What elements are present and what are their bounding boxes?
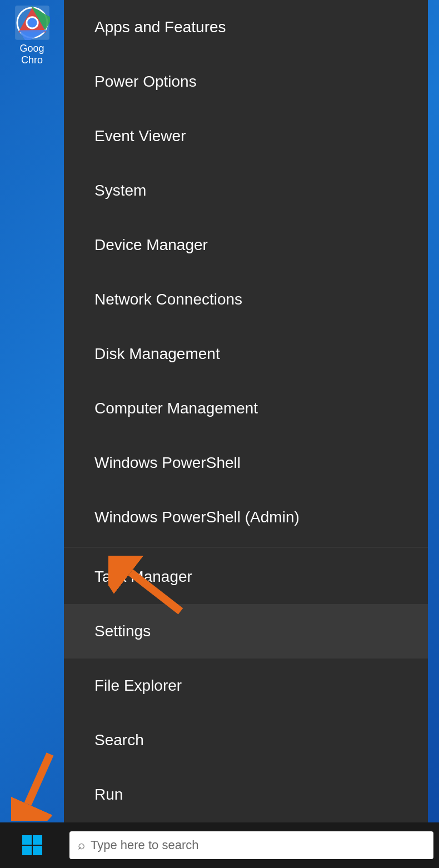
menu-item-windows-powershell[interactable]: Windows PowerShell — [64, 436, 428, 490]
search-icon: ⌕ — [78, 838, 85, 852]
taskbar: ⌕ Type here to search — [0, 822, 439, 868]
chrome-logo-icon — [14, 6, 50, 40]
svg-point-3 — [27, 18, 37, 27]
start-button[interactable] — [0, 822, 64, 868]
menu-item-search[interactable]: Search — [64, 713, 428, 767]
context-menu: Apps and FeaturesPower OptionsEvent View… — [64, 0, 428, 822]
menu-item-settings[interactable]: Settings — [64, 604, 428, 659]
menu-item-label-device-manager: Device Manager — [94, 236, 208, 254]
menu-item-label-settings: Settings — [94, 622, 151, 640]
chrome-label: Goog Chro — [19, 43, 44, 67]
menu-divider-after-windows-powershell-admin — [64, 547, 428, 547]
menu-item-label-event-viewer: Event Viewer — [94, 127, 186, 145]
menu-item-run[interactable]: Run — [64, 767, 428, 822]
menu-item-label-apps-features: Apps and Features — [94, 18, 226, 36]
svg-rect-11 — [33, 846, 42, 855]
menu-item-label-disk-management: Disk Management — [94, 345, 220, 363]
menu-item-label-computer-management: Computer Management — [94, 400, 258, 417]
menu-item-label-windows-powershell-admin: Windows PowerShell (Admin) — [94, 508, 300, 526]
windows-logo-icon — [21, 834, 43, 856]
menu-item-task-manager[interactable]: Task Manager — [64, 550, 428, 604]
menu-item-windows-powershell-admin[interactable]: Windows PowerShell (Admin) — [64, 490, 428, 545]
menu-item-label-run: Run — [94, 786, 123, 804]
menu-item-network-connections[interactable]: Network Connections — [64, 272, 428, 327]
menu-item-label-windows-powershell: Windows PowerShell — [94, 454, 241, 472]
chrome-icon-area: Goog Chro — [0, 0, 64, 67]
menu-item-label-file-explorer: File Explorer — [94, 677, 182, 695]
taskbar-search[interactable]: ⌕ Type here to search — [69, 831, 433, 859]
menu-item-system[interactable]: System — [64, 163, 428, 218]
svg-rect-10 — [22, 846, 32, 855]
menu-item-file-explorer[interactable]: File Explorer — [64, 659, 428, 713]
menu-item-disk-management[interactable]: Disk Management — [64, 327, 428, 381]
menu-item-power-options[interactable]: Power Options — [64, 54, 428, 109]
svg-rect-8 — [22, 835, 32, 845]
menu-item-label-system: System — [94, 182, 146, 199]
menu-item-label-task-manager: Task Manager — [94, 568, 192, 586]
menu-item-apps-features[interactable]: Apps and Features — [64, 0, 428, 54]
menu-item-label-power-options: Power Options — [94, 73, 197, 91]
menu-item-label-network-connections: Network Connections — [94, 291, 242, 308]
menu-item-device-manager[interactable]: Device Manager — [64, 218, 428, 272]
menu-item-computer-management[interactable]: Computer Management — [64, 381, 428, 436]
search-placeholder-text: Type here to search — [91, 838, 198, 852]
menu-item-label-search: Search — [94, 731, 144, 749]
svg-rect-9 — [33, 835, 42, 845]
menu-item-event-viewer[interactable]: Event Viewer — [64, 109, 428, 163]
